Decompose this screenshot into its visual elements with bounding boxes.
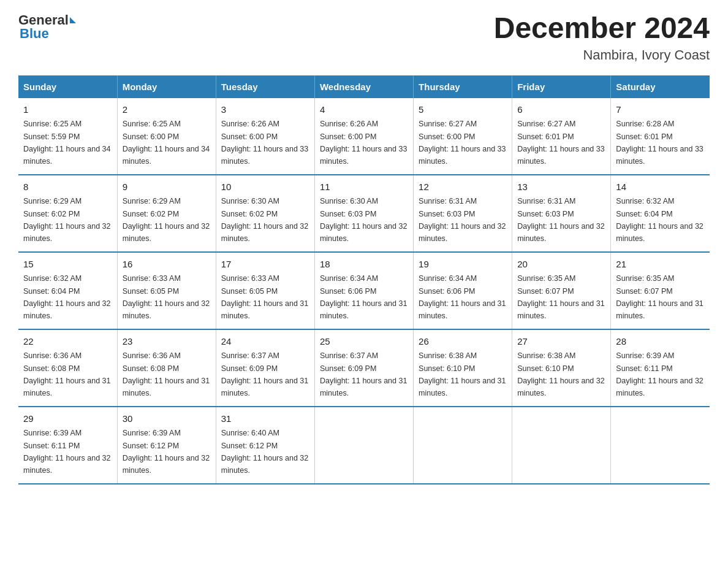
column-header-monday: Monday [117,75,216,98]
day-info: Sunrise: 6:39 AMSunset: 6:11 PMDaylight:… [23,429,110,475]
calendar-cell [611,407,710,484]
day-number: 3 [221,103,309,117]
day-info: Sunrise: 6:36 AMSunset: 6:08 PMDaylight:… [123,351,210,397]
day-number: 31 [221,412,309,426]
day-number: 18 [320,258,408,272]
day-info: Sunrise: 6:37 AMSunset: 6:09 PMDaylight:… [320,351,407,397]
title-section: December 2024 Nambira, Ivory Coast [494,12,710,63]
calendar-cell: 17Sunrise: 6:33 AMSunset: 6:05 PMDayligh… [216,252,314,329]
day-number: 7 [616,103,705,117]
calendar-cell: 14Sunrise: 6:32 AMSunset: 6:04 PMDayligh… [611,175,710,252]
calendar-cell: 13Sunrise: 6:31 AMSunset: 6:03 PMDayligh… [512,175,611,252]
day-info: Sunrise: 6:30 AMSunset: 6:03 PMDaylight:… [320,197,407,243]
day-number: 19 [419,258,507,272]
day-number: 27 [517,335,605,349]
calendar-cell: 20Sunrise: 6:35 AMSunset: 6:07 PMDayligh… [512,252,611,329]
calendar-cell: 8Sunrise: 6:29 AMSunset: 6:02 PMDaylight… [18,175,117,252]
day-number: 6 [517,103,605,117]
day-info: Sunrise: 6:27 AMSunset: 6:00 PMDaylight:… [419,120,506,166]
logo-triangle-icon [70,17,76,23]
day-info: Sunrise: 6:40 AMSunset: 6:12 PMDaylight:… [221,429,308,475]
column-header-friday: Friday [512,75,611,98]
day-number: 10 [221,180,309,194]
calendar-cell [414,407,512,484]
day-number: 26 [419,335,507,349]
day-number: 9 [123,180,211,194]
day-info: Sunrise: 6:37 AMSunset: 6:09 PMDaylight:… [221,351,308,397]
day-info: Sunrise: 6:27 AMSunset: 6:01 PMDaylight:… [517,120,604,166]
day-number: 11 [320,180,408,194]
day-info: Sunrise: 6:33 AMSunset: 6:05 PMDaylight:… [123,274,210,320]
day-number: 28 [616,335,705,349]
logo-blue: Blue [18,26,49,42]
day-info: Sunrise: 6:39 AMSunset: 6:12 PMDaylight:… [123,429,210,475]
calendar-cell: 23Sunrise: 6:36 AMSunset: 6:08 PMDayligh… [117,329,216,407]
day-number: 14 [616,180,705,194]
calendar-cell: 1Sunrise: 6:25 AMSunset: 5:59 PMDaylight… [18,98,117,175]
calendar-cell: 10Sunrise: 6:30 AMSunset: 6:02 PMDayligh… [216,175,314,252]
logo: General Blue [18,12,77,42]
calendar-cell [314,407,413,484]
column-header-sunday: Sunday [18,75,117,98]
day-number: 25 [320,335,408,349]
calendar-cell: 28Sunrise: 6:39 AMSunset: 6:11 PMDayligh… [611,329,710,407]
day-info: Sunrise: 6:30 AMSunset: 6:02 PMDaylight:… [221,197,308,243]
calendar-cell: 29Sunrise: 6:39 AMSunset: 6:11 PMDayligh… [18,407,117,484]
column-header-wednesday: Wednesday [314,75,413,98]
calendar-cell: 27Sunrise: 6:38 AMSunset: 6:10 PMDayligh… [512,329,611,407]
day-info: Sunrise: 6:34 AMSunset: 6:06 PMDaylight:… [419,274,506,320]
day-info: Sunrise: 6:29 AMSunset: 6:02 PMDaylight:… [23,197,110,243]
week-row-1: 1Sunrise: 6:25 AMSunset: 5:59 PMDaylight… [18,98,710,175]
day-info: Sunrise: 6:25 AMSunset: 5:59 PMDaylight:… [23,120,110,166]
day-number: 13 [517,180,605,194]
calendar-cell: 15Sunrise: 6:32 AMSunset: 6:04 PMDayligh… [18,252,117,329]
day-number: 15 [23,258,112,272]
calendar-cell: 30Sunrise: 6:39 AMSunset: 6:12 PMDayligh… [117,407,216,484]
day-number: 17 [221,258,309,272]
calendar-cell: 24Sunrise: 6:37 AMSunset: 6:09 PMDayligh… [216,329,314,407]
week-row-5: 29Sunrise: 6:39 AMSunset: 6:11 PMDayligh… [18,407,710,484]
week-row-2: 8Sunrise: 6:29 AMSunset: 6:02 PMDaylight… [18,175,710,252]
day-number: 4 [320,103,408,117]
day-info: Sunrise: 6:32 AMSunset: 6:04 PMDaylight:… [23,274,110,320]
day-number: 22 [23,335,112,349]
day-number: 8 [23,180,112,194]
day-number: 30 [123,412,211,426]
calendar-cell: 7Sunrise: 6:28 AMSunset: 6:01 PMDaylight… [611,98,710,175]
calendar-cell [512,407,611,484]
page-title: December 2024 [494,12,710,45]
page-subtitle: Nambira, Ivory Coast [494,47,710,63]
calendar-cell: 12Sunrise: 6:31 AMSunset: 6:03 PMDayligh… [414,175,512,252]
calendar-cell: 22Sunrise: 6:36 AMSunset: 6:08 PMDayligh… [18,329,117,407]
calendar-cell: 9Sunrise: 6:29 AMSunset: 6:02 PMDaylight… [117,175,216,252]
day-info: Sunrise: 6:26 AMSunset: 6:00 PMDaylight:… [320,120,407,166]
calendar-cell: 19Sunrise: 6:34 AMSunset: 6:06 PMDayligh… [414,252,512,329]
calendar-cell: 11Sunrise: 6:30 AMSunset: 6:03 PMDayligh… [314,175,413,252]
week-row-4: 22Sunrise: 6:36 AMSunset: 6:08 PMDayligh… [18,329,710,407]
calendar-cell: 21Sunrise: 6:35 AMSunset: 6:07 PMDayligh… [611,252,710,329]
day-info: Sunrise: 6:35 AMSunset: 6:07 PMDaylight:… [616,274,703,320]
day-info: Sunrise: 6:34 AMSunset: 6:06 PMDaylight:… [320,274,407,320]
week-row-3: 15Sunrise: 6:32 AMSunset: 6:04 PMDayligh… [18,252,710,329]
day-number: 29 [23,412,112,426]
header-row: SundayMondayTuesdayWednesdayThursdayFrid… [18,75,710,98]
day-number: 12 [419,180,507,194]
calendar-cell: 2Sunrise: 6:25 AMSunset: 6:00 PMDaylight… [117,98,216,175]
calendar-cell: 4Sunrise: 6:26 AMSunset: 6:00 PMDaylight… [314,98,413,175]
calendar-cell: 25Sunrise: 6:37 AMSunset: 6:09 PMDayligh… [314,329,413,407]
day-number: 1 [23,103,112,117]
calendar-cell: 18Sunrise: 6:34 AMSunset: 6:06 PMDayligh… [314,252,413,329]
day-info: Sunrise: 6:31 AMSunset: 6:03 PMDaylight:… [517,197,604,243]
day-number: 2 [123,103,211,117]
day-info: Sunrise: 6:38 AMSunset: 6:10 PMDaylight:… [419,351,506,397]
day-info: Sunrise: 6:26 AMSunset: 6:00 PMDaylight:… [221,120,308,166]
day-info: Sunrise: 6:38 AMSunset: 6:10 PMDaylight:… [517,351,604,397]
day-info: Sunrise: 6:29 AMSunset: 6:02 PMDaylight:… [123,197,210,243]
column-header-thursday: Thursday [414,75,512,98]
day-info: Sunrise: 6:31 AMSunset: 6:03 PMDaylight:… [419,197,506,243]
day-info: Sunrise: 6:32 AMSunset: 6:04 PMDaylight:… [616,197,703,243]
day-info: Sunrise: 6:36 AMSunset: 6:08 PMDaylight:… [23,351,110,397]
day-info: Sunrise: 6:35 AMSunset: 6:07 PMDaylight:… [517,274,604,320]
day-number: 24 [221,335,309,349]
day-number: 16 [123,258,211,272]
